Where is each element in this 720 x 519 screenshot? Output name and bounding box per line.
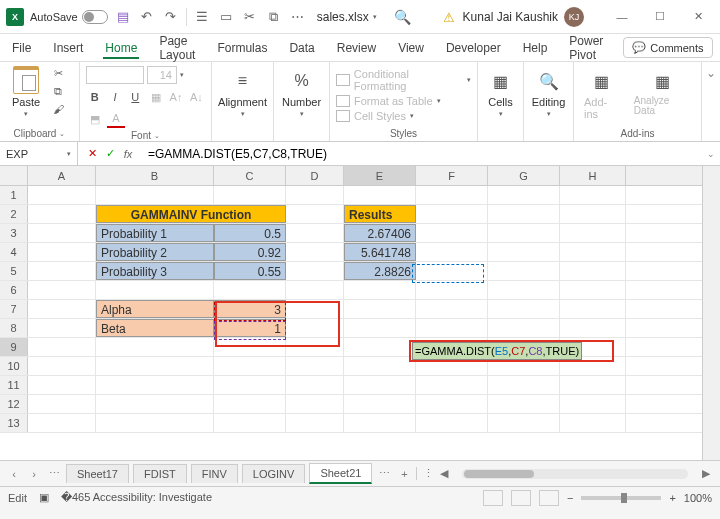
tab-nav-more-icon[interactable]: ⋯ xyxy=(376,467,392,480)
tab-split-icon[interactable]: ⋮ xyxy=(416,467,432,480)
tab-home[interactable]: Home xyxy=(103,37,139,59)
accessibility-status[interactable]: �465 Accessibility: Investigate xyxy=(61,491,212,504)
row-header[interactable]: 1 xyxy=(0,186,28,204)
increase-font-icon[interactable]: A↑ xyxy=(167,88,184,106)
minimize-button[interactable]: — xyxy=(606,5,638,29)
tab-insert[interactable]: Insert xyxy=(51,37,85,59)
cell[interactable]: Beta xyxy=(96,319,214,337)
copy-icon[interactable]: ⧉ xyxy=(265,8,283,26)
row-header[interactable]: 13 xyxy=(0,414,28,432)
editing-button[interactable]: 🔍 Editing ▾ xyxy=(530,66,567,120)
workbook-stats-icon[interactable]: ▣ xyxy=(39,491,49,504)
cut-icon[interactable]: ✂ xyxy=(241,8,259,26)
tab-review[interactable]: Review xyxy=(335,37,378,59)
sheet-tab[interactable]: Sheet21 xyxy=(309,463,372,484)
cell[interactable]: 0.5 xyxy=(214,224,286,242)
tab-data[interactable]: Data xyxy=(287,37,316,59)
collapse-ribbon-icon[interactable]: ⌄ xyxy=(702,62,720,141)
zoom-in-icon[interactable]: + xyxy=(669,492,675,504)
cell[interactable]: Results xyxy=(344,205,416,223)
format-as-table-button[interactable]: Format as Table▾ xyxy=(336,95,471,107)
tab-nav-prev-icon[interactable]: ‹ xyxy=(6,468,22,480)
warning-icon[interactable]: ⚠ xyxy=(443,10,457,24)
expand-formula-bar-icon[interactable]: ⌄ xyxy=(702,149,720,159)
cell-styles-button[interactable]: Cell Styles▾ xyxy=(336,110,471,122)
search-icon[interactable]: 🔍 xyxy=(394,9,411,25)
avatar[interactable]: KJ xyxy=(564,7,584,27)
font-color-icon[interactable]: A xyxy=(107,110,125,128)
enter-icon[interactable]: ✓ xyxy=(102,146,118,162)
alignment-button[interactable]: ≡ Alignment ▾ xyxy=(218,66,267,120)
col-header[interactable]: E xyxy=(344,166,416,185)
scroll-right-icon[interactable]: ▶ xyxy=(698,467,714,480)
scroll-left-icon[interactable]: ◀ xyxy=(436,467,452,480)
in-cell-formula-editor[interactable]: =GAMMA.DIST(E5,C7,C8,TRUE) xyxy=(412,342,582,360)
row-header[interactable]: 8 xyxy=(0,319,28,337)
col-header[interactable]: A xyxy=(28,166,96,185)
analyze-data-button[interactable]: ▦ Analyze Data xyxy=(630,66,695,122)
cell[interactable]: 2.8826 xyxy=(344,262,416,280)
cancel-icon[interactable]: ✕ xyxy=(84,146,100,162)
font-name-combo[interactable] xyxy=(86,66,144,84)
conditional-formatting-button[interactable]: Conditional Formatting▾ xyxy=(336,68,471,92)
cells-button[interactable]: ▦ Cells ▾ xyxy=(484,66,517,120)
autosave-toggle[interactable]: AutoSave xyxy=(30,10,108,24)
row-header[interactable]: 2 xyxy=(0,205,28,223)
formula-input[interactable] xyxy=(142,142,702,165)
redo-icon[interactable]: ↷ xyxy=(162,8,180,26)
decrease-font-icon[interactable]: A↓ xyxy=(188,88,205,106)
cell[interactable]: 1 xyxy=(214,319,286,337)
col-header[interactable]: D xyxy=(286,166,344,185)
copy-icon[interactable]: ⧉ xyxy=(50,84,66,98)
maximize-button[interactable]: ☐ xyxy=(644,5,676,29)
sheet-tab[interactable]: LOGINV xyxy=(242,464,306,483)
col-header[interactable]: C xyxy=(214,166,286,185)
vertical-scrollbar[interactable] xyxy=(702,166,720,460)
tab-help[interactable]: Help xyxy=(521,37,550,59)
sheet-tab[interactable]: FINV xyxy=(191,464,238,483)
sheet-tab[interactable]: FDIST xyxy=(133,464,187,483)
page-layout-view-icon[interactable] xyxy=(511,490,531,506)
cell[interactable]: GAMMAINV Function xyxy=(96,205,286,223)
border-icon[interactable]: ▦ xyxy=(147,88,164,106)
tab-page-layout[interactable]: Page Layout xyxy=(157,30,197,66)
col-header[interactable]: F xyxy=(416,166,488,185)
touch-mode-icon[interactable]: ☰ xyxy=(193,8,211,26)
cell[interactable]: Alpha xyxy=(96,300,214,318)
select-all-corner[interactable] xyxy=(0,166,28,185)
col-header[interactable]: B xyxy=(96,166,214,185)
tab-formulas[interactable]: Formulas xyxy=(215,37,269,59)
filename[interactable]: sales.xlsx ▾ xyxy=(317,10,377,24)
cell[interactable]: 3 xyxy=(214,300,286,318)
fill-color-icon[interactable]: ⬒ xyxy=(86,110,104,128)
row-header[interactable]: 7 xyxy=(0,300,28,318)
tab-view[interactable]: View xyxy=(396,37,426,59)
col-header[interactable]: G xyxy=(488,166,560,185)
zoom-slider[interactable] xyxy=(581,496,661,500)
row-header[interactable]: 9 xyxy=(0,338,28,356)
cell[interactable]: 2.67406 xyxy=(344,224,416,242)
cell[interactable]: 0.55 xyxy=(214,262,286,280)
font-size-combo[interactable]: 14 xyxy=(147,66,177,84)
row-header[interactable]: 6 xyxy=(0,281,28,299)
tab-developer[interactable]: Developer xyxy=(444,37,503,59)
number-button[interactable]: % Number ▾ xyxy=(280,66,323,120)
tab-nav-more-icon[interactable]: ⋯ xyxy=(46,467,62,480)
cell[interactable]: Probability 1 xyxy=(96,224,214,242)
new-icon[interactable]: ▭ xyxy=(217,8,235,26)
close-button[interactable]: ✕ xyxy=(682,5,714,29)
sheet-tab[interactable]: Sheet17 xyxy=(66,464,129,483)
horizontal-scrollbar[interactable] xyxy=(462,469,688,479)
tab-power-pivot[interactable]: Power Pivot xyxy=(567,30,605,66)
cell[interactable]: 0.92 xyxy=(214,243,286,261)
row-header[interactable]: 11 xyxy=(0,376,28,394)
name-box[interactable]: EXP ▾ xyxy=(0,142,78,165)
row-header[interactable]: 12 xyxy=(0,395,28,413)
bold-button[interactable]: B xyxy=(86,88,103,106)
zoom-out-icon[interactable]: − xyxy=(567,492,573,504)
toggle-off-icon[interactable] xyxy=(82,10,108,24)
tab-nav-next-icon[interactable]: › xyxy=(26,468,42,480)
undo-icon[interactable]: ↶ xyxy=(138,8,156,26)
tab-file[interactable]: File xyxy=(10,37,33,59)
qat-more-icon[interactable]: ⋯ xyxy=(289,8,307,26)
